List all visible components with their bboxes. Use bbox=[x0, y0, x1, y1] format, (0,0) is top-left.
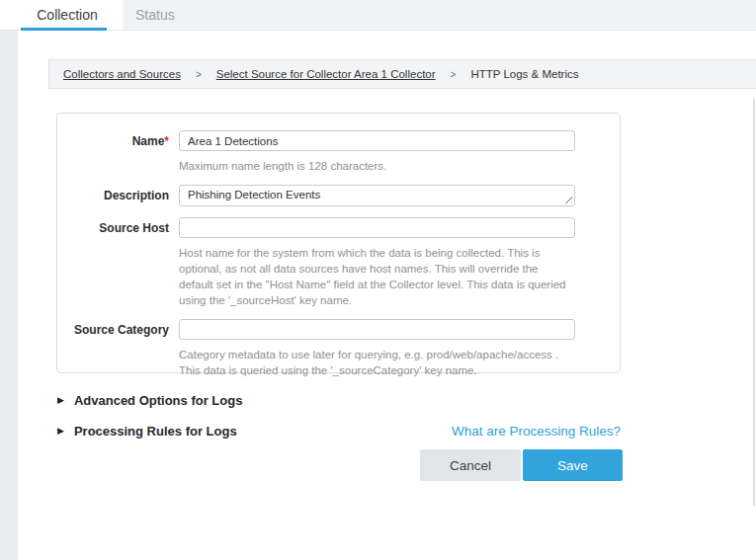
processing-rules-label: Processing Rules for Logs bbox=[74, 424, 237, 439]
description-input[interactable]: Phishing Detection Events bbox=[179, 185, 575, 206]
processing-rules-help-link[interactable]: What are Processing Rules? bbox=[452, 424, 621, 439]
breadcrumb-collectors-and-sources[interactable]: Collectors and Sources bbox=[63, 68, 181, 80]
tab-bar: Collection Status bbox=[0, 0, 756, 31]
description-field-row: Description Phishing Detection Events bbox=[57, 185, 620, 206]
source-editor-screen: Collection Status Collectors and Sources… bbox=[0, 0, 756, 560]
source-host-help-text: Host name for the system from which the … bbox=[179, 245, 575, 308]
collapsed-caret-icon: ▶ bbox=[57, 424, 64, 439]
description-label: Description bbox=[57, 185, 169, 206]
source-host-label: Source Host bbox=[57, 217, 169, 308]
source-category-label: Source Category bbox=[57, 319, 169, 378]
source-category-field-row: Source Category Category metadata to use… bbox=[57, 319, 620, 378]
name-input[interactable] bbox=[179, 130, 575, 151]
advanced-options-label: Advanced Options for Logs bbox=[74, 393, 242, 408]
source-category-help-text: Category metadata to use later for query… bbox=[179, 347, 575, 378]
cancel-button[interactable]: Cancel bbox=[420, 449, 521, 481]
source-host-field-row: Source Host Host name for the system fro… bbox=[57, 217, 620, 308]
processing-rules-toggle[interactable]: ▶ Processing Rules for Logs bbox=[57, 424, 237, 439]
tab-status-label: Status bbox=[135, 7, 175, 23]
source-host-input[interactable] bbox=[179, 217, 575, 238]
save-button[interactable]: Save bbox=[523, 449, 623, 481]
name-help-text: Maximum name length is 128 characters. bbox=[179, 158, 575, 174]
breadcrumb-separator: > bbox=[451, 69, 457, 80]
left-gutter bbox=[0, 31, 18, 560]
required-asterisk: * bbox=[164, 134, 169, 148]
breadcrumb-select-source[interactable]: Select Source for Collector Area 1 Colle… bbox=[216, 68, 436, 80]
tab-collection-label: Collection bbox=[37, 7, 97, 23]
breadcrumb-separator: > bbox=[196, 69, 202, 80]
name-label: Name* bbox=[57, 130, 169, 174]
name-field-row: Name* Maximum name length is 128 charact… bbox=[57, 130, 620, 174]
tab-status[interactable]: Status bbox=[133, 0, 177, 30]
advanced-options-toggle[interactable]: ▶ Advanced Options for Logs bbox=[57, 393, 242, 408]
collapsed-caret-icon: ▶ bbox=[57, 393, 64, 408]
source-category-input[interactable] bbox=[179, 319, 575, 340]
breadcrumb: Collectors and Sources > Select Source f… bbox=[48, 59, 756, 89]
source-config-card: Name* Maximum name length is 128 charact… bbox=[56, 113, 621, 373]
tab-collection[interactable]: Collection bbox=[18, 0, 117, 30]
right-edge-divider bbox=[753, 99, 755, 506]
active-tab-indicator bbox=[21, 28, 107, 31]
breadcrumb-current-page: HTTP Logs & Metrics bbox=[470, 68, 578, 80]
